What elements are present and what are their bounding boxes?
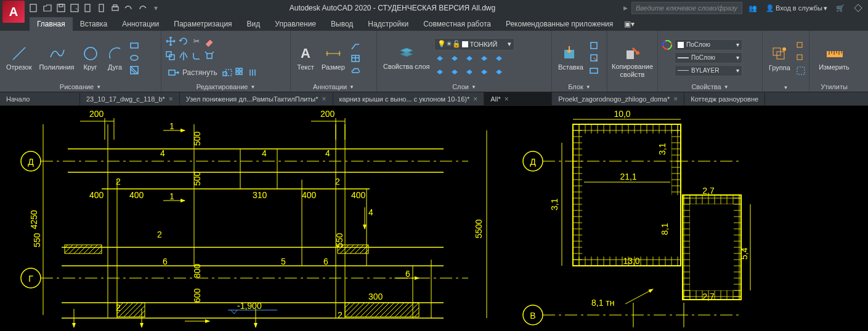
redo-icon[interactable]	[137, 2, 148, 14]
tab-output[interactable]: Вывод	[323, 17, 360, 31]
measure-tool[interactable]: Измерить	[816, 44, 852, 72]
erase-icon[interactable]	[204, 36, 215, 47]
filetab-4[interactable]: All*×	[484, 92, 552, 105]
fillet-icon[interactable]	[191, 50, 202, 62]
cloud-icon[interactable]	[350, 65, 361, 76]
group-bbox-icon[interactable]	[795, 65, 806, 76]
tab-collab[interactable]: Совместная работа	[416, 17, 498, 31]
panel-props-title[interactable]: Свойства▼	[662, 82, 758, 92]
group-tool[interactable]: Группа	[766, 44, 793, 73]
layer-del-icon[interactable]	[479, 66, 490, 78]
close-icon[interactable]: ×	[169, 95, 173, 103]
edit-attr-icon[interactable]	[588, 65, 599, 76]
panel-layers-title[interactable]: Слои▼	[381, 82, 548, 92]
login-button[interactable]: 👤 Вход в службы ▾	[763, 4, 830, 12]
save-icon[interactable]	[55, 2, 67, 14]
search-input[interactable]: Введите ключевое слово/фразу	[631, 2, 742, 14]
edit-block-icon[interactable]	[588, 52, 599, 63]
tab-overflow[interactable]: ▣▾	[620, 17, 638, 31]
tab-view[interactable]: Вид	[240, 17, 268, 31]
ltype-dropdown[interactable]: BYLAYER▾	[675, 65, 742, 76]
infocenter-icon[interactable]: 👥	[746, 4, 760, 12]
line-tool[interactable]: Отрезок	[4, 44, 34, 72]
hatch-icon[interactable]	[129, 65, 140, 76]
panel-edit-title[interactable]: Редактирование▼	[165, 82, 286, 92]
tab-insert[interactable]: Вставка	[73, 17, 115, 31]
array-icon[interactable]	[235, 67, 246, 78]
close-icon[interactable]: ×	[505, 95, 509, 103]
explode-icon[interactable]	[204, 50, 215, 62]
open-icon[interactable]	[42, 2, 53, 14]
lweight-dropdown[interactable]: ПоСлою▾	[675, 52, 742, 63]
group-edit-icon[interactable]	[795, 53, 806, 64]
tab-featured[interactable]: Рекомендованные приложения	[498, 17, 620, 31]
layer-name: ТОНКИЙ	[469, 41, 497, 48]
tab-parametric[interactable]: Параметризация	[166, 17, 239, 31]
circle-tool[interactable]: Круг	[79, 44, 102, 72]
panel-draw-title[interactable]: Рисование▼	[4, 82, 157, 92]
color-dropdown[interactable]: ПоСлою▾	[675, 39, 742, 50]
rect-icon[interactable]	[129, 40, 140, 51]
create-block-icon[interactable]	[588, 40, 599, 51]
app-logo[interactable]: A	[2, 1, 25, 23]
ungroup-icon[interactable]	[795, 41, 806, 52]
close-icon[interactable]: ×	[673, 95, 678, 103]
panel-anno-title[interactable]: Аннотации▼	[294, 82, 373, 92]
filetab-1[interactable]: 23_10_17_dwg_c_118_b*×	[80, 92, 180, 105]
insert-tool[interactable]: Вставка	[556, 44, 586, 72]
scale-icon[interactable]	[222, 67, 233, 78]
tab-manage[interactable]: Управление	[267, 17, 323, 31]
rotate-icon[interactable]	[178, 36, 189, 47]
arc-tool[interactable]: Дуга	[104, 44, 126, 72]
filetab-5[interactable]: Proekt_zagorodnogo_zhilogo_doma*×	[552, 92, 684, 105]
mobile-icon[interactable]	[96, 2, 107, 14]
layer-off-icon[interactable]	[434, 53, 445, 64]
filetab-3[interactable]: карниз крыши с выно... с уклоном 10-16)*…	[333, 92, 485, 105]
drawing-canvas[interactable]: Д Г 4250 200 200 4 4 4 1 1 500 500 2 2 4…	[0, 106, 868, 331]
mirror-icon[interactable]	[178, 50, 189, 62]
layer-dropdown[interactable]: 💡 ☀ 🔓 ТОНКИЙ ▾	[434, 38, 514, 50]
trim-icon[interactable]: ✂	[191, 36, 202, 47]
layer-prev-icon[interactable]	[493, 53, 505, 64]
panel-util-title[interactable]: Утилиты	[813, 82, 855, 92]
filetab-6[interactable]: Коттедж разноуровне	[684, 92, 765, 105]
stretch-tool[interactable]: Растянуть	[165, 65, 220, 80]
tab-home[interactable]: Главная	[30, 17, 73, 31]
offset-icon[interactable]	[248, 67, 259, 78]
close-icon[interactable]: ×	[322, 95, 326, 103]
undo-icon[interactable]	[123, 2, 134, 14]
layer-match-icon[interactable]	[479, 53, 490, 64]
text-tool[interactable]: A Текст	[294, 44, 317, 72]
tab-annotate[interactable]: Аннотации	[115, 17, 166, 31]
table-icon[interactable]	[350, 52, 361, 63]
layer-walk-icon[interactable]	[493, 66, 505, 78]
tab-addins[interactable]: Надстройки	[360, 17, 416, 31]
matchprop-tool[interactable]: Копирование свойств	[609, 43, 655, 79]
layer-lock-icon[interactable]	[464, 53, 475, 64]
ellipse-icon[interactable]	[129, 52, 140, 63]
quick-access-toolbar: ▾	[28, 2, 161, 14]
leader-icon[interactable]	[350, 40, 361, 51]
print-icon[interactable]	[110, 2, 121, 14]
panel-group-title[interactable]: ▼	[766, 84, 805, 92]
layer-freeze-icon[interactable]	[449, 53, 460, 64]
move-icon[interactable]	[165, 36, 176, 47]
polyline-tool[interactable]: Полилиния	[36, 44, 76, 72]
web-icon[interactable]	[83, 2, 94, 14]
filetab-2[interactable]: Узел понижения дл...РампыТактилПлиты*×	[180, 92, 333, 105]
help-icon[interactable]	[851, 3, 866, 13]
saveas-icon[interactable]	[69, 2, 80, 14]
new-icon[interactable]	[28, 2, 39, 14]
dimension-tool[interactable]: Размер	[319, 44, 347, 72]
qat-dropdown-icon[interactable]: ▾	[150, 2, 161, 14]
color-wheel-icon[interactable]	[662, 39, 673, 50]
exchange-icon[interactable]: 🛒	[834, 4, 847, 12]
filetab-start[interactable]: Начало	[0, 92, 80, 105]
layer-props-tool[interactable]: Свойства слоя	[381, 43, 432, 71]
close-icon[interactable]: ×	[473, 95, 477, 103]
panel-block-title[interactable]: Блок▼	[556, 82, 603, 92]
copy-icon[interactable]	[165, 50, 176, 62]
layer-merge-icon[interactable]	[464, 66, 475, 78]
layer-uniso-icon[interactable]	[449, 66, 460, 78]
layer-iso-icon[interactable]	[434, 66, 445, 78]
